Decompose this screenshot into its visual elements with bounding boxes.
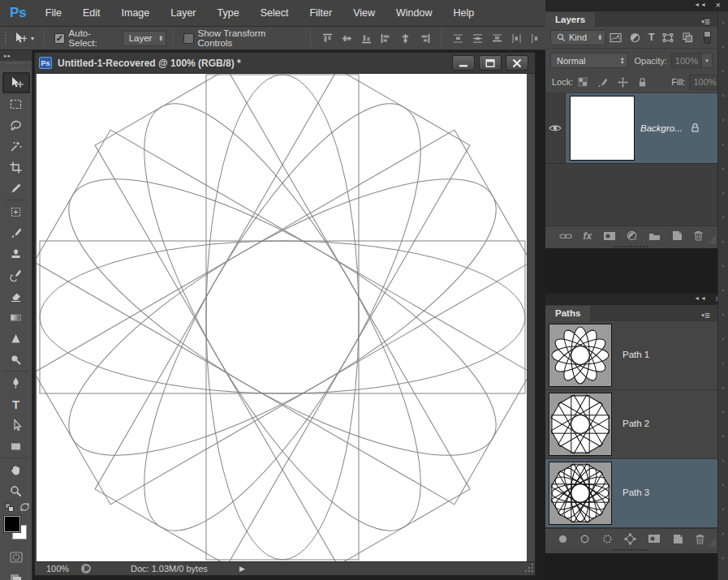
tool-clone-stamp[interactable]: [2, 243, 30, 264]
tool-eraser[interactable]: [2, 286, 30, 307]
panel-drag-handle[interactable]: [614, 549, 649, 551]
fill-path-button[interactable]: [558, 534, 568, 544]
new-group-button[interactable]: [648, 231, 661, 241]
tool-crop[interactable]: [2, 157, 30, 178]
filter-kind-dropdown[interactable]: Kind ▴▾: [550, 30, 605, 45]
canvas-area[interactable]: [37, 74, 527, 562]
tool-eyedropper[interactable]: [2, 178, 30, 199]
distribute-left-edges-button[interactable]: [511, 33, 522, 44]
tool-healing-brush[interactable]: [2, 201, 30, 222]
lock-pixels-button[interactable]: [597, 77, 608, 88]
menu-select[interactable]: Select: [250, 0, 299, 26]
path-1-thumbnail[interactable]: [549, 324, 612, 387]
layer-row-background[interactable]: Backgro...: [545, 93, 717, 164]
lock-transparency-button[interactable]: [578, 77, 588, 87]
tool-dodge[interactable]: [2, 349, 30, 370]
tool-history-brush[interactable]: [2, 264, 30, 286]
path-row-2[interactable]: Path 2: [545, 390, 717, 459]
panel-drag-handle[interactable]: [614, 246, 649, 247]
layer-style-button[interactable]: fx: [583, 230, 592, 242]
add-layer-mask-button[interactable]: [603, 231, 616, 241]
lock-all-button[interactable]: [638, 77, 647, 88]
status-options-arrow[interactable]: ▶: [239, 563, 245, 575]
collapse-panels-icon[interactable]: ◄◄: [694, 295, 707, 301]
tab-paths[interactable]: Paths: [545, 306, 590, 322]
opacity-dropdown-icon[interactable]: ▾: [701, 54, 712, 67]
tool-brush[interactable]: [2, 222, 30, 243]
panel-resize-grip[interactable]: [709, 539, 716, 547]
menu-help[interactable]: Help: [443, 0, 485, 26]
distribute-bottom-edges-button[interactable]: [492, 33, 502, 44]
tab-layers[interactable]: Layers: [545, 12, 595, 28]
align-top-edges-button[interactable]: [322, 33, 333, 44]
align-horizontal-centers-button[interactable]: [400, 33, 411, 44]
distribute-horizontal-centers-button[interactable]: [531, 33, 541, 44]
path-row-1[interactable]: Path 1: [545, 321, 717, 390]
tool-preset-caret-icon[interactable]: ▾: [31, 35, 34, 42]
tool-hand[interactable]: [2, 459, 30, 480]
document-titlebar[interactable]: Ps Untitled-1-Recovered @ 100% (RGB/8) *: [35, 53, 535, 74]
foreground-color-swatch[interactable]: [4, 516, 20, 532]
tool-move[interactable]: [2, 72, 30, 93]
menu-image[interactable]: Image: [111, 0, 161, 26]
foreground-background-colors[interactable]: [2, 514, 31, 543]
collapse-panels-icon[interactable]: ◄◄: [694, 2, 707, 7]
menu-window[interactable]: Window: [386, 0, 442, 26]
filter-type-layers-button[interactable]: T: [648, 32, 654, 43]
new-path-button[interactable]: [673, 534, 683, 544]
dock-edge-strip[interactable]: [717, 11, 728, 580]
close-panel-icon[interactable]: ×: [716, 0, 721, 10]
tool-zoom[interactable]: [2, 480, 30, 501]
blend-mode-dropdown[interactable]: Normal ▴▾: [550, 53, 628, 68]
filter-adjustment-layers-button[interactable]: [630, 32, 640, 43]
maximize-button[interactable]: [479, 55, 502, 71]
toolbar-collapse-button[interactable]: ▸▸: [0, 50, 32, 61]
canvas[interactable]: [37, 74, 527, 562]
delete-layer-button[interactable]: [693, 230, 704, 241]
tool-type[interactable]: T: [2, 393, 30, 415]
tool-rectangle-shape[interactable]: [2, 436, 30, 457]
filter-shape-layers-button[interactable]: [662, 32, 674, 43]
menu-type[interactable]: Type: [207, 0, 250, 26]
default-swap-colors[interactable]: [2, 501, 31, 513]
minimize-button[interactable]: [452, 55, 475, 71]
tool-blur[interactable]: [2, 328, 30, 349]
tool-path-selection[interactable]: [2, 415, 30, 436]
add-mask-button[interactable]: [648, 534, 661, 543]
new-adjustment-layer-button[interactable]: [627, 230, 637, 241]
layer-name[interactable]: Backgro...: [640, 123, 683, 133]
paths-panel-menu-icon[interactable]: ▾≡: [696, 307, 714, 322]
auto-select-target-dropdown[interactable]: Layer ▴▾: [123, 31, 166, 46]
stroke-path-button[interactable]: [579, 534, 590, 544]
tool-quick-mask[interactable]: [2, 547, 30, 568]
options-bar-grip[interactable]: [5, 32, 6, 45]
path-2-thumbnail[interactable]: [549, 393, 612, 456]
path-3-thumbnail[interactable]: [549, 462, 612, 525]
tool-gradient[interactable]: [2, 307, 30, 328]
filter-pixel-layers-button[interactable]: [610, 32, 622, 43]
opacity-field[interactable]: 100% ▾: [671, 53, 713, 68]
link-layers-button[interactable]: [559, 232, 572, 240]
align-vertical-centers-button[interactable]: [342, 33, 352, 44]
panel-resize-grip[interactable]: [709, 236, 716, 243]
menu-view[interactable]: View: [342, 0, 386, 26]
menu-layer[interactable]: Layer: [160, 0, 206, 26]
auto-select-checkbox[interactable]: ✓: [54, 33, 65, 44]
layer-visibility-cell[interactable]: [545, 93, 566, 163]
close-button[interactable]: [506, 55, 528, 71]
filter-smart-objects-button[interactable]: [682, 32, 693, 43]
delete-path-button[interactable]: [695, 534, 705, 544]
align-right-edges-button[interactable]: [420, 33, 430, 44]
menu-edit[interactable]: Edit: [72, 0, 111, 26]
align-left-edges-button[interactable]: [381, 33, 391, 44]
menu-file[interactable]: File: [35, 0, 72, 26]
zoom-level-field[interactable]: 100%: [46, 563, 69, 575]
tool-pen[interactable]: [2, 372, 30, 393]
show-transform-checkbox[interactable]: [183, 33, 194, 44]
lock-position-button[interactable]: [618, 77, 628, 88]
tool-screen-mode[interactable]: [2, 568, 30, 580]
load-path-as-selection-button[interactable]: [602, 534, 613, 544]
new-layer-button[interactable]: [672, 230, 683, 241]
tool-magic-wand[interactable]: [2, 135, 30, 157]
menu-filter[interactable]: Filter: [299, 0, 342, 26]
